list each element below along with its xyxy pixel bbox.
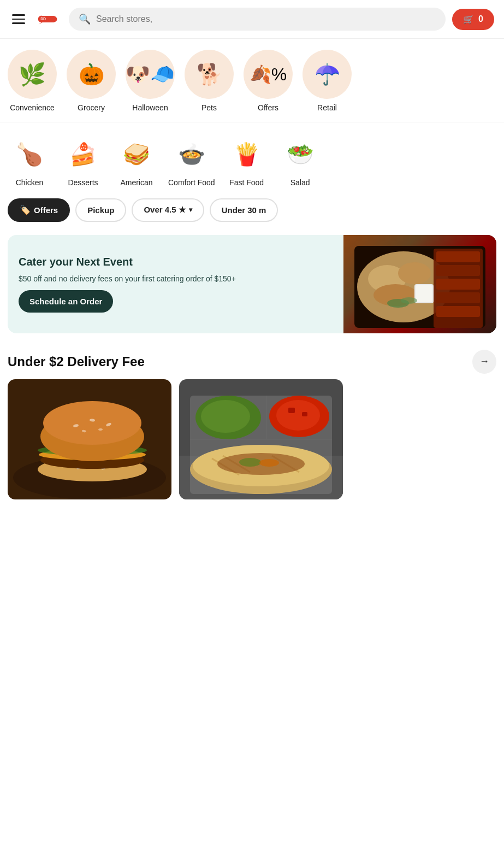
food-section: 🍗 Chicken 🍰 Desserts 🥪 American 🍲 Comfor…: [0, 127, 504, 193]
filter-row: 🏷️ Offers Pickup Over 4.5 ★ ▾ Under 30 m: [8, 198, 496, 222]
category-label-pets: Pets: [201, 103, 217, 112]
filter-time-button[interactable]: Under 30 m: [210, 198, 278, 222]
svg-point-52: [259, 459, 279, 467]
food-label-salad: Salad: [290, 178, 310, 187]
category-item-pets[interactable]: 🐕 Pets: [185, 50, 234, 112]
food-icon-fast-food: 🍟: [227, 134, 266, 174]
food-label-chicken: Chicken: [16, 178, 44, 187]
filter-section: 🏷️ Offers Pickup Over 4.5 ★ ▾ Under 30 m: [0, 193, 504, 227]
catering-banner: Cater your Next Event $50 off and no del…: [8, 235, 496, 333]
food-icon-chicken: 🍗: [10, 134, 49, 174]
delivery-section-header: Under $2 Delivery Fee →: [0, 341, 504, 379]
category-item-offers[interactable]: 🍂% Offers: [244, 50, 293, 112]
svg-point-28: [43, 401, 141, 445]
svg-point-40: [201, 400, 250, 433]
delivery-section-title: Under $2 Delivery Fee: [8, 354, 145, 369]
category-item-grocery[interactable]: 🎃 Grocery: [67, 50, 116, 112]
filter-time-label: Under 30 m: [222, 205, 266, 215]
category-label-retail: Retail: [317, 103, 337, 112]
category-item-retail[interactable]: ☂️ Retail: [303, 50, 352, 112]
svg-rect-13: [416, 285, 432, 302]
food-item-fast-food[interactable]: 🍟 Fast Food: [225, 134, 269, 187]
search-bar[interactable]: 🔍: [69, 8, 446, 31]
cart-count: 0: [478, 14, 483, 24]
filter-pickup-label: Pickup: [87, 205, 114, 215]
category-circle-grocery: 🎃: [67, 50, 116, 99]
food-row: 🍗 Chicken 🍰 Desserts 🥪 American 🍲 Comfor…: [8, 134, 496, 187]
search-input[interactable]: [96, 14, 436, 24]
svg-text:DD: DD: [40, 17, 46, 21]
category-row: 🌿 Convenience 🎃 Grocery 🐶🧢 Halloween 🐕 P…: [8, 50, 496, 112]
svg-rect-7: [436, 251, 480, 262]
delivery-section-arrow[interactable]: →: [472, 350, 496, 374]
catering-subtitle: $50 off and no delivery fees on your fir…: [19, 274, 333, 285]
category-item-convenience[interactable]: 🌿 Convenience: [8, 50, 57, 112]
svg-rect-8: [436, 265, 480, 276]
tag-icon: 🏷️: [20, 205, 31, 215]
doordash-logo: DD: [34, 9, 62, 30]
taco-photo-svg: [179, 379, 343, 499]
catering-title: Cater your Next Event: [19, 256, 333, 268]
food-item-salad[interactable]: 🥗 Salad: [278, 134, 322, 187]
category-circle-offers: 🍂%: [244, 50, 293, 99]
food-icon-american: 🥪: [117, 134, 156, 174]
divider-1: [0, 122, 504, 122]
svg-rect-9: [436, 279, 480, 290]
filter-pickup-button[interactable]: Pickup: [75, 198, 126, 222]
food-item-comfort-food[interactable]: 🍲 Comfort Food: [168, 134, 215, 187]
chevron-down-icon: ▾: [189, 206, 192, 214]
restaurant-card-burger[interactable]: [8, 379, 171, 499]
food-icon-salad: 🥗: [281, 134, 320, 174]
svg-rect-11: [436, 306, 480, 317]
category-item-halloween[interactable]: 🐶🧢 Halloween: [126, 50, 175, 112]
food-label-american: American: [120, 178, 152, 187]
category-label-offers: Offers: [258, 103, 278, 112]
svg-point-51: [239, 458, 261, 467]
svg-point-42: [276, 400, 320, 431]
category-circle-convenience: 🌿: [8, 50, 57, 99]
search-icon: 🔍: [79, 13, 91, 25]
food-tray-svg: [349, 235, 491, 333]
svg-rect-10: [436, 292, 480, 303]
category-circle-pets: 🐕: [185, 50, 234, 99]
burger-photo-svg: [8, 379, 171, 499]
category-circle-halloween: 🐶🧢: [126, 50, 175, 99]
filter-offers-button[interactable]: 🏷️ Offers: [8, 198, 70, 222]
category-label-halloween: Halloween: [132, 103, 168, 112]
food-label-desserts: Desserts: [68, 178, 98, 187]
food-item-american[interactable]: 🥪 American: [115, 134, 158, 187]
cart-icon: 🛒: [463, 14, 474, 25]
category-circle-retail: ☂️: [303, 50, 352, 99]
category-label-grocery: Grocery: [78, 103, 105, 112]
filter-offers-label: Offers: [34, 205, 58, 215]
arrow-right-icon: →: [479, 356, 489, 367]
filter-rating-label: Over 4.5 ★: [144, 205, 185, 215]
catering-food-photo: [343, 235, 496, 333]
svg-point-4: [398, 262, 431, 284]
restaurant-row: [0, 379, 504, 499]
category-section: 🌿 Convenience 🎃 Grocery 🐶🧢 Halloween 🐕 P…: [0, 39, 504, 117]
food-icon-desserts: 🍰: [63, 134, 103, 174]
restaurant-card-taco[interactable]: [179, 379, 343, 499]
schedule-order-button[interactable]: Schedule an Order: [19, 290, 113, 313]
header: DD 🔍 🛒 0: [0, 0, 504, 39]
food-label-fast-food: Fast Food: [229, 178, 264, 187]
svg-point-15: [401, 297, 417, 304]
menu-icon[interactable]: [10, 12, 27, 26]
food-item-chicken[interactable]: 🍗 Chicken: [8, 134, 51, 187]
food-item-desserts[interactable]: 🍰 Desserts: [61, 134, 105, 187]
svg-rect-44: [302, 412, 307, 416]
category-label-convenience: Convenience: [10, 103, 55, 112]
catering-image: [343, 235, 496, 333]
svg-rect-43: [288, 408, 295, 413]
cart-button[interactable]: 🛒 0: [452, 9, 494, 30]
catering-text: Cater your Next Event $50 off and no del…: [8, 235, 343, 333]
food-label-comfort-food: Comfort Food: [168, 178, 215, 187]
food-icon-comfort-food: 🍲: [172, 134, 211, 174]
filter-rating-button[interactable]: Over 4.5 ★ ▾: [132, 198, 204, 222]
